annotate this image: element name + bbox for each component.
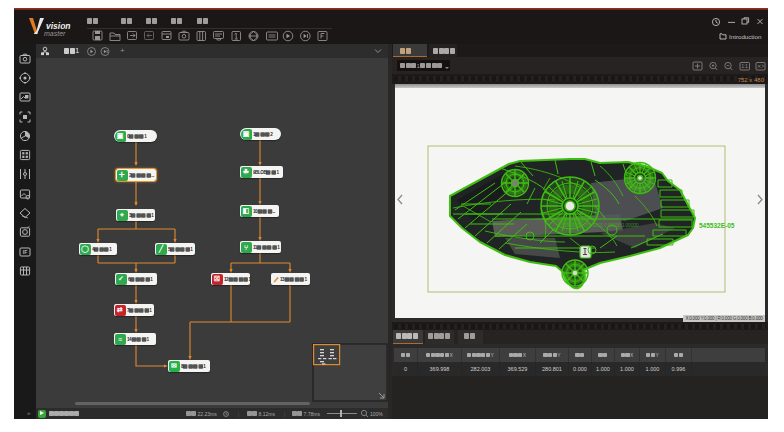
svg-text:545532E-05: 545532E-05 — [699, 222, 735, 229]
svg-text:370.0001 281.0003 0.00006 1: 370.0001 281.0003 0.00006 1.00000 — [563, 222, 639, 228]
svg-text:1:1: 1:1 — [742, 64, 749, 69]
svg-text:IF: IF — [23, 249, 27, 255]
